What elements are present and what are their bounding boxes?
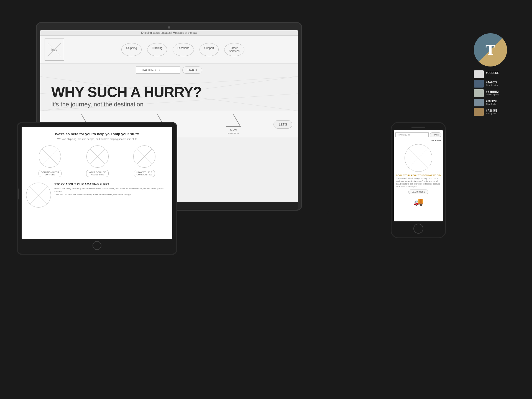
tablet-icon-label-1: SOLUTIONS FORSURFERS	[39, 170, 62, 177]
tablet-story-image	[26, 183, 51, 208]
logo-label: logo	[52, 48, 57, 51]
phone-tracking-row: TRACK	[394, 130, 443, 139]
swatch-info-4: #788B99 Ship Slate	[486, 100, 497, 105]
logo-letter: T	[485, 41, 495, 58]
swatch-block-4	[474, 99, 484, 106]
phone-track-button[interactable]: TRACK	[430, 132, 441, 137]
swatch-name-5: Sandy Lion	[486, 112, 497, 115]
phone-device: TRACK GET HELP COOL STORY ABOUT THIS THI…	[391, 122, 446, 238]
swatch-name-2: Blue Pewter	[486, 84, 498, 86]
swatch-name-4: Ship Slate	[486, 103, 497, 105]
laptop-camera	[168, 26, 170, 29]
tablet-story-text: STORY ABOUT OUR AMAZING FLEET We did thi…	[54, 183, 168, 208]
tablet-icon-item-1: SOLUTIONS FORSURFERS	[39, 145, 62, 177]
swatch-b3bbb2: #B3BBB2 Green Spring	[474, 89, 518, 97]
phone-image-circle	[405, 144, 432, 172]
lets-button[interactable]: LET'S	[273, 120, 292, 129]
nav-other[interactable]: OtherServices	[224, 43, 244, 56]
tablet-icon-circle-3	[133, 145, 155, 168]
status-bar: Shipping status updates | Message of the…	[40, 30, 298, 36]
tablet-device: We're so here for you to help you ship y…	[17, 122, 177, 255]
phone-speaker	[411, 127, 425, 128]
tablet-icon-label-3: HOW WE HELPCOMMUNITIES	[134, 170, 155, 177]
phone-learn-button[interactable]: LEARN MORE	[408, 190, 428, 194]
swatch-block-3	[474, 89, 484, 97]
status-bar-text: Shipping status updates | Message of the…	[141, 31, 197, 34]
swatch-788b99: #788B99 Ship Slate	[474, 99, 518, 106]
tablet-outer: We're so here for you to help you ship y…	[17, 122, 177, 255]
palette-panel: T #DEDEDE — #4A6077 Blue Pewter #B3BBB2 …	[474, 33, 518, 117]
nav-locations[interactable]: Locations	[173, 43, 194, 56]
tablet-story-p1: We did this really next thing in all the…	[54, 187, 168, 193]
tracking-row: TRACK	[40, 64, 298, 76]
swatch-hex-1: #DEDEDE	[486, 71, 499, 75]
tablet-icon-circle-1	[39, 145, 61, 168]
swatch-block-5	[474, 108, 484, 116]
hero-title: WHY SUCH A HURRY?	[51, 85, 287, 99]
tablet-icons-row: SOLUTIONS FORSURFERS YOUR COOL BIZNEEDS …	[22, 143, 172, 179]
phone-screen: TRACK GET HELP COOL STORY ABOUT THIS THI…	[394, 130, 443, 221]
nav-links: Shipping Tracking Locations Support Othe…	[72, 43, 293, 56]
phone-story-title: COOL STORY ABOUT THIS THING WE DID	[394, 173, 443, 177]
triangle-icon-3	[226, 114, 241, 127]
feature-label-3: ICON	[230, 128, 237, 131]
swatch-hex-2: #4A6077	[486, 81, 498, 84]
nav-support[interactable]: Support	[200, 43, 219, 56]
phone-home-button[interactable]	[413, 224, 423, 234]
swatch-block-1	[474, 70, 484, 78]
tablet-icon-label-2: YOUR COOL BIZNEEDS THIS	[86, 170, 108, 177]
nav-bar: logo Shipping Tracking Locations Support…	[40, 36, 298, 64]
swatch-info-1: #DEDEDE —	[486, 71, 499, 77]
logo-x-lines	[45, 39, 64, 60]
tablet-icon-circle-2	[86, 145, 109, 168]
tablet-side-button[interactable]	[18, 188, 19, 200]
hero-subtitle: It's the journey, not the destination	[51, 101, 287, 108]
tablet-icon-item-3: HOW WE HELPCOMMUNITIES	[133, 145, 155, 177]
phone-tracking-input[interactable]	[395, 132, 429, 137]
swatch-name-1: —	[486, 75, 499, 77]
feature-sub-3: FUNCTION	[228, 132, 239, 135]
truck-icon: 🚚	[394, 196, 443, 207]
swatch-info-3: #B3BBB2 Green Spring	[486, 90, 499, 96]
tablet-story-title: STORY ABOUT OUR AMAZING FLEET	[54, 183, 168, 186]
brand-logo: T	[474, 33, 507, 66]
tracking-input[interactable]	[136, 66, 180, 74]
logo-box: logo	[45, 39, 64, 61]
swatch-hex-4: #788B99	[486, 100, 497, 103]
tablet-subheader: We love shipping, we love people, and we…	[22, 138, 172, 143]
swatch-hex-5: #A48455	[486, 109, 497, 112]
tablet-story: STORY ABOUT OUR AMAZING FLEET We did thi…	[22, 179, 172, 211]
swatch-4a6077: #4A6077 Blue Pewter	[474, 80, 518, 88]
tablet-header: We're so here for you to help you ship y…	[22, 127, 172, 138]
swatch-a48455: #A48455 Sandy Lion	[474, 108, 518, 116]
tablet-icon-item-2: YOUR COOL BIZNEEDS THIS	[86, 145, 108, 177]
swatch-name-3: Green Spring	[486, 93, 499, 96]
swatch-block-2	[474, 80, 484, 88]
nav-tracking[interactable]: Tracking	[147, 43, 167, 56]
tablet-screen: We're so here for you to help you ship y…	[22, 127, 172, 239]
tablet-story-p2: Then our CEO did this other cool thing a…	[54, 193, 168, 196]
swatch-info-2: #4A6077 Blue Pewter	[486, 81, 498, 86]
phone-get-help[interactable]: GET HELP	[394, 139, 443, 143]
feature-item-3: ICON FUNCTION	[198, 114, 269, 135]
nav-shipping[interactable]: Shipping	[121, 43, 142, 56]
phone-outer: TRACK GET HELP COOL STORY ABOUT THIS THI…	[391, 122, 446, 238]
track-button[interactable]: TRACK	[182, 66, 202, 74]
swatch-hex-3: #B3BBB2	[486, 90, 499, 93]
tablet-home-button[interactable]	[93, 241, 101, 250]
hero-section: WHY SUCH A HURRY? It's the journey, not …	[40, 76, 298, 111]
swatch-info-5: #A48455 Sandy Lion	[486, 109, 497, 115]
swatch-dedede: #DEDEDE —	[474, 70, 518, 78]
phone-story-text: Guess what? We all brought our dogs and …	[394, 177, 443, 188]
